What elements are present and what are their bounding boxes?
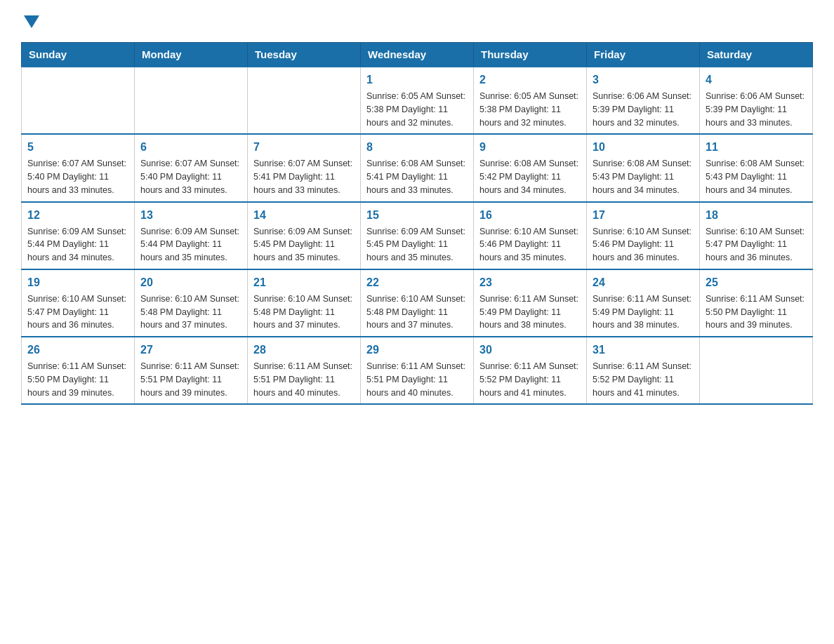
day-number: 2 — [479, 72, 581, 88]
day-info: Sunrise: 6:06 AM Sunset: 5:39 PM Dayligh… — [706, 90, 807, 129]
header — [21, 14, 813, 31]
day-info: Sunrise: 6:05 AM Sunset: 5:38 PM Dayligh… — [479, 90, 581, 129]
calendar-cell: 13Sunrise: 6:09 AM Sunset: 5:44 PM Dayli… — [135, 202, 248, 269]
day-number: 5 — [27, 139, 128, 156]
day-info: Sunrise: 6:08 AM Sunset: 5:41 PM Dayligh… — [366, 157, 468, 196]
day-info: Sunrise: 6:07 AM Sunset: 5:41 PM Dayligh… — [253, 157, 355, 196]
day-number: 20 — [140, 274, 241, 291]
day-info: Sunrise: 6:09 AM Sunset: 5:45 PM Dayligh… — [253, 225, 355, 264]
day-info: Sunrise: 6:11 AM Sunset: 5:51 PM Dayligh… — [140, 360, 241, 399]
day-number: 16 — [479, 207, 581, 224]
calendar-cell: 2Sunrise: 6:05 AM Sunset: 5:38 PM Daylig… — [474, 67, 587, 134]
calendar-cell: 11Sunrise: 6:08 AM Sunset: 5:43 PM Dayli… — [700, 134, 813, 201]
day-info: Sunrise: 6:11 AM Sunset: 5:49 PM Dayligh… — [593, 293, 694, 332]
calendar-cell: 21Sunrise: 6:10 AM Sunset: 5:48 PM Dayli… — [248, 269, 361, 337]
calendar-week-row: 1Sunrise: 6:05 AM Sunset: 5:38 PM Daylig… — [22, 67, 813, 134]
day-number: 23 — [479, 274, 581, 291]
day-info: Sunrise: 6:10 AM Sunset: 5:46 PM Dayligh… — [479, 225, 581, 264]
calendar-cell: 20Sunrise: 6:10 AM Sunset: 5:48 PM Dayli… — [135, 269, 248, 337]
calendar-cell: 26Sunrise: 6:11 AM Sunset: 5:50 PM Dayli… — [22, 337, 135, 404]
day-info: Sunrise: 6:11 AM Sunset: 5:50 PM Dayligh… — [706, 293, 807, 332]
day-info: Sunrise: 6:09 AM Sunset: 5:45 PM Dayligh… — [366, 225, 468, 264]
calendar-cell: 1Sunrise: 6:05 AM Sunset: 5:38 PM Daylig… — [361, 67, 474, 134]
day-number: 31 — [593, 342, 694, 358]
day-info: Sunrise: 6:11 AM Sunset: 5:52 PM Dayligh… — [479, 360, 581, 399]
day-info: Sunrise: 6:05 AM Sunset: 5:38 PM Dayligh… — [366, 90, 468, 129]
day-number: 28 — [253, 342, 355, 358]
day-info: Sunrise: 6:11 AM Sunset: 5:49 PM Dayligh… — [479, 293, 581, 332]
column-header-friday: Friday — [587, 43, 700, 67]
calendar-week-row: 19Sunrise: 6:10 AM Sunset: 5:47 PM Dayli… — [22, 269, 813, 337]
day-number: 19 — [27, 274, 128, 291]
day-info: Sunrise: 6:10 AM Sunset: 5:48 PM Dayligh… — [366, 293, 468, 332]
calendar-cell: 4Sunrise: 6:06 AM Sunset: 5:39 PM Daylig… — [700, 67, 813, 134]
day-info: Sunrise: 6:11 AM Sunset: 5:52 PM Dayligh… — [593, 360, 694, 399]
day-number: 18 — [706, 207, 807, 224]
calendar-cell: 5Sunrise: 6:07 AM Sunset: 5:40 PM Daylig… — [22, 134, 135, 201]
day-info: Sunrise: 6:08 AM Sunset: 5:42 PM Dayligh… — [479, 157, 581, 196]
day-number: 13 — [140, 207, 241, 224]
calendar-cell — [22, 67, 135, 134]
day-info: Sunrise: 6:10 AM Sunset: 5:48 PM Dayligh… — [140, 293, 241, 332]
day-info: Sunrise: 6:11 AM Sunset: 5:50 PM Dayligh… — [27, 360, 128, 399]
calendar-cell: 14Sunrise: 6:09 AM Sunset: 5:45 PM Dayli… — [248, 202, 361, 269]
day-number: 11 — [706, 139, 807, 156]
day-number: 6 — [140, 139, 241, 156]
svg-marker-0 — [24, 15, 39, 28]
calendar-cell: 30Sunrise: 6:11 AM Sunset: 5:52 PM Dayli… — [474, 337, 587, 404]
calendar-cell: 7Sunrise: 6:07 AM Sunset: 5:41 PM Daylig… — [248, 134, 361, 201]
day-number: 8 — [366, 139, 468, 156]
calendar-cell: 15Sunrise: 6:09 AM Sunset: 5:45 PM Dayli… — [361, 202, 474, 269]
calendar-week-row: 5Sunrise: 6:07 AM Sunset: 5:40 PM Daylig… — [22, 134, 813, 201]
column-header-sunday: Sunday — [22, 43, 135, 67]
logo-triangle-icon — [24, 15, 39, 28]
calendar: SundayMondayTuesdayWednesdayThursdayFrid… — [21, 42, 813, 405]
calendar-cell: 28Sunrise: 6:11 AM Sunset: 5:51 PM Dayli… — [248, 337, 361, 404]
day-info: Sunrise: 6:10 AM Sunset: 5:47 PM Dayligh… — [706, 225, 807, 264]
calendar-header-row: SundayMondayTuesdayWednesdayThursdayFrid… — [22, 43, 813, 67]
day-number: 22 — [366, 274, 468, 291]
day-number: 17 — [593, 207, 694, 224]
calendar-cell: 22Sunrise: 6:10 AM Sunset: 5:48 PM Dayli… — [361, 269, 474, 337]
column-header-saturday: Saturday — [700, 43, 813, 67]
column-header-thursday: Thursday — [474, 43, 587, 67]
calendar-cell: 31Sunrise: 6:11 AM Sunset: 5:52 PM Dayli… — [587, 337, 700, 404]
calendar-cell: 24Sunrise: 6:11 AM Sunset: 5:49 PM Dayli… — [587, 269, 700, 337]
calendar-cell: 6Sunrise: 6:07 AM Sunset: 5:40 PM Daylig… — [135, 134, 248, 201]
day-number: 1 — [366, 72, 468, 88]
day-info: Sunrise: 6:08 AM Sunset: 5:43 PM Dayligh… — [706, 157, 807, 196]
day-info: Sunrise: 6:08 AM Sunset: 5:43 PM Dayligh… — [593, 157, 694, 196]
calendar-cell: 10Sunrise: 6:08 AM Sunset: 5:43 PM Dayli… — [587, 134, 700, 201]
day-number: 25 — [706, 274, 807, 291]
calendar-cell: 25Sunrise: 6:11 AM Sunset: 5:50 PM Dayli… — [700, 269, 813, 337]
calendar-cell: 8Sunrise: 6:08 AM Sunset: 5:41 PM Daylig… — [361, 134, 474, 201]
day-number: 3 — [593, 72, 694, 88]
calendar-cell: 29Sunrise: 6:11 AM Sunset: 5:51 PM Dayli… — [361, 337, 474, 404]
calendar-cell — [248, 67, 361, 134]
column-header-wednesday: Wednesday — [361, 43, 474, 67]
calendar-cell: 27Sunrise: 6:11 AM Sunset: 5:51 PM Dayli… — [135, 337, 248, 404]
day-number: 9 — [479, 139, 581, 156]
day-info: Sunrise: 6:11 AM Sunset: 5:51 PM Dayligh… — [253, 360, 355, 399]
day-info: Sunrise: 6:10 AM Sunset: 5:48 PM Dayligh… — [253, 293, 355, 332]
day-number: 26 — [27, 342, 128, 358]
calendar-cell: 23Sunrise: 6:11 AM Sunset: 5:49 PM Dayli… — [474, 269, 587, 337]
day-number: 24 — [593, 274, 694, 291]
calendar-cell: 19Sunrise: 6:10 AM Sunset: 5:47 PM Dayli… — [22, 269, 135, 337]
calendar-cell: 18Sunrise: 6:10 AM Sunset: 5:47 PM Dayli… — [700, 202, 813, 269]
day-number: 10 — [593, 139, 694, 156]
column-header-tuesday: Tuesday — [248, 43, 361, 67]
calendar-cell — [135, 67, 248, 134]
day-number: 7 — [253, 139, 355, 156]
calendar-week-row: 12Sunrise: 6:09 AM Sunset: 5:44 PM Dayli… — [22, 202, 813, 269]
column-header-monday: Monday — [135, 43, 248, 67]
day-info: Sunrise: 6:07 AM Sunset: 5:40 PM Dayligh… — [27, 157, 128, 196]
calendar-cell: 16Sunrise: 6:10 AM Sunset: 5:46 PM Dayli… — [474, 202, 587, 269]
day-info: Sunrise: 6:09 AM Sunset: 5:44 PM Dayligh… — [140, 225, 241, 264]
day-number: 14 — [253, 207, 355, 224]
calendar-cell: 17Sunrise: 6:10 AM Sunset: 5:46 PM Dayli… — [587, 202, 700, 269]
calendar-cell: 3Sunrise: 6:06 AM Sunset: 5:39 PM Daylig… — [587, 67, 700, 134]
calendar-week-row: 26Sunrise: 6:11 AM Sunset: 5:50 PM Dayli… — [22, 337, 813, 404]
calendar-cell: 12Sunrise: 6:09 AM Sunset: 5:44 PM Dayli… — [22, 202, 135, 269]
day-info: Sunrise: 6:09 AM Sunset: 5:44 PM Dayligh… — [27, 225, 128, 264]
